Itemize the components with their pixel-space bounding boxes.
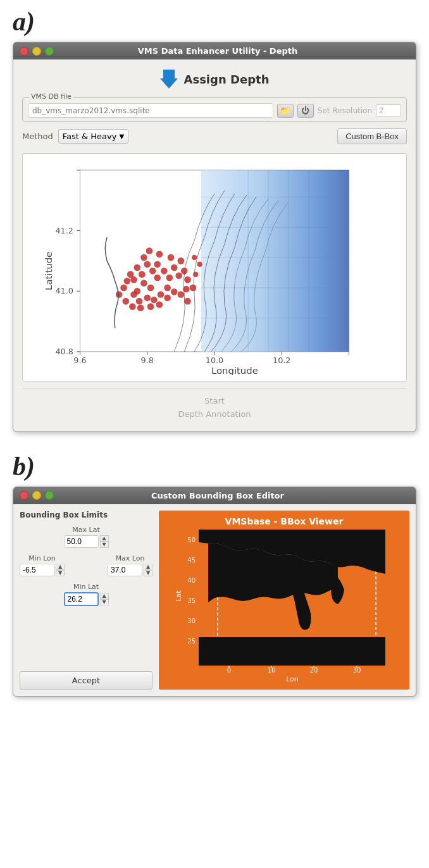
- svg-point-56: [129, 303, 136, 310]
- titlebar-b: Custom Bounding Box Editor: [13, 487, 416, 504]
- chart-svg: Latitude Longitude: [27, 160, 402, 375]
- svg-point-33: [146, 247, 153, 254]
- svg-point-46: [171, 288, 178, 295]
- svg-text:10.2: 10.2: [273, 356, 290, 365]
- method-select[interactable]: Fast & Heavy ▼: [58, 129, 128, 144]
- max-lat-down[interactable]: ▼: [100, 542, 109, 548]
- svg-text:9.6: 9.6: [73, 356, 86, 365]
- svg-text:Lat: Lat: [175, 590, 183, 601]
- start-depth-label: Start Depth Annotation: [22, 395, 407, 421]
- svg-point-45: [164, 295, 171, 302]
- min-lat-row: Min Lat ▲ ▼: [20, 583, 152, 606]
- svg-point-51: [197, 261, 202, 267]
- svg-text:41.0: 41.0: [55, 286, 73, 295]
- svg-point-35: [168, 254, 175, 261]
- svg-point-50: [193, 271, 199, 277]
- method-row: Method Fast & Heavy ▼ Custom B-Box: [22, 128, 407, 144]
- svg-point-48: [184, 298, 191, 305]
- svg-point-49: [190, 285, 197, 292]
- svg-point-18: [144, 261, 151, 268]
- window-a: VMS Data Enhancer Utility - Depth Assign…: [13, 42, 416, 432]
- min-lat-arrows[interactable]: ▲ ▼: [100, 593, 109, 605]
- svg-text:30: 30: [187, 617, 196, 624]
- svg-point-23: [154, 275, 161, 282]
- method-dropdown-icon: ▼: [119, 133, 124, 140]
- resolution-group: Set Resolution: [318, 104, 401, 117]
- min-lat-down[interactable]: ▼: [100, 599, 109, 605]
- min-lon-down[interactable]: ▼: [56, 570, 65, 576]
- svg-point-34: [156, 251, 163, 257]
- resolution-label: Set Resolution: [318, 106, 372, 115]
- max-lat-arrows[interactable]: ▲ ▼: [100, 535, 109, 548]
- svg-point-20: [140, 280, 147, 287]
- bbox-limits-label: Bounding Box Limits: [20, 511, 152, 519]
- window-a-title: VMS Data Enhancer Utility - Depth: [26, 46, 409, 56]
- min-lat-input[interactable]: [64, 592, 99, 606]
- svg-text:10.0: 10.0: [206, 356, 223, 365]
- method-label: Method: [22, 132, 53, 141]
- svg-point-43: [151, 297, 158, 304]
- min-lon-arrows[interactable]: ▲ ▼: [56, 564, 65, 576]
- svg-point-32: [140, 254, 147, 261]
- min-lat-up[interactable]: ▲: [100, 593, 109, 599]
- min-lon-up[interactable]: ▲: [56, 564, 65, 570]
- svg-text:VMSbase - BBox Viewer: VMSbase - BBox Viewer: [225, 516, 344, 526]
- max-lon-up[interactable]: ▲: [144, 564, 152, 570]
- svg-point-59: [156, 301, 163, 308]
- start-btn-area: Start Depth Annotation: [22, 388, 407, 421]
- svg-point-38: [184, 276, 191, 283]
- bbox-controls: Bounding Box Limits Max Lat ▲ ▼: [20, 511, 152, 690]
- svg-point-37: [181, 268, 188, 275]
- max-lat-input[interactable]: [64, 535, 99, 548]
- resolution-input[interactable]: [376, 104, 401, 117]
- svg-point-47: [178, 291, 185, 298]
- max-lon-down[interactable]: ▼: [144, 570, 152, 576]
- max-lat-label: Max Lat: [72, 526, 99, 534]
- svg-text:25: 25: [187, 638, 196, 645]
- svg-text:40: 40: [187, 577, 196, 584]
- window-b-title: Custom Bounding Box Editor: [26, 491, 409, 500]
- svg-point-31: [124, 278, 131, 285]
- svg-point-19: [149, 268, 156, 275]
- svg-text:Lon: Lon: [286, 675, 299, 683]
- svg-point-41: [136, 298, 143, 305]
- max-lon-input[interactable]: [108, 564, 142, 576]
- svg-point-40: [130, 291, 137, 298]
- method-value: Fast & Heavy: [63, 132, 117, 141]
- max-lat-up[interactable]: ▲: [100, 535, 109, 542]
- titlebar-a: VMS Data Enhancer Utility - Depth: [13, 42, 416, 59]
- svg-text:Latitude: Latitude: [43, 252, 54, 290]
- custom-bbox-button[interactable]: Custom B-Box: [337, 128, 407, 144]
- power-icon-btn[interactable]: ⏻: [297, 104, 314, 118]
- svg-text:35: 35: [187, 597, 196, 604]
- min-lon-input[interactable]: [20, 564, 54, 576]
- max-lat-row: Max Lat ▲ ▼: [20, 526, 152, 548]
- svg-text:Longitude: Longitude: [211, 365, 258, 375]
- bbox-map-svg: VMSbase - BBox Viewer 25 30: [159, 511, 409, 688]
- svg-point-22: [147, 285, 154, 292]
- bbox-window-body: Bounding Box Limits Max Lat ▲ ▼: [13, 504, 416, 696]
- svg-point-57: [137, 304, 144, 311]
- max-lon-arrows[interactable]: ▲ ▼: [144, 564, 152, 576]
- folder-icon-btn[interactable]: 📁: [277, 104, 294, 118]
- svg-text:45: 45: [187, 557, 196, 564]
- accept-button[interactable]: Accept: [20, 671, 152, 690]
- svg-point-58: [147, 303, 154, 310]
- max-lon-label: Max Lon: [116, 554, 145, 562]
- section-b-label: b): [13, 451, 416, 481]
- svg-point-16: [139, 271, 146, 278]
- svg-rect-3: [201, 170, 349, 352]
- svg-point-15: [134, 264, 141, 271]
- svg-point-39: [183, 286, 190, 293]
- svg-point-36: [178, 257, 185, 264]
- bbox-middle-row: Min Lon ▲ ▼ Max Lon ▲: [20, 554, 152, 576]
- svg-point-42: [144, 295, 151, 302]
- svg-point-29: [175, 272, 182, 279]
- svg-point-53: [120, 285, 127, 292]
- assign-depth-title: Assign Depth: [184, 73, 270, 86]
- svg-point-54: [116, 291, 123, 298]
- svg-point-28: [171, 264, 178, 271]
- window-b: Custom Bounding Box Editor Bounding Box …: [13, 487, 416, 697]
- svg-point-44: [158, 291, 165, 298]
- bbox-map: VMSbase - BBox Viewer 25 30: [159, 511, 409, 690]
